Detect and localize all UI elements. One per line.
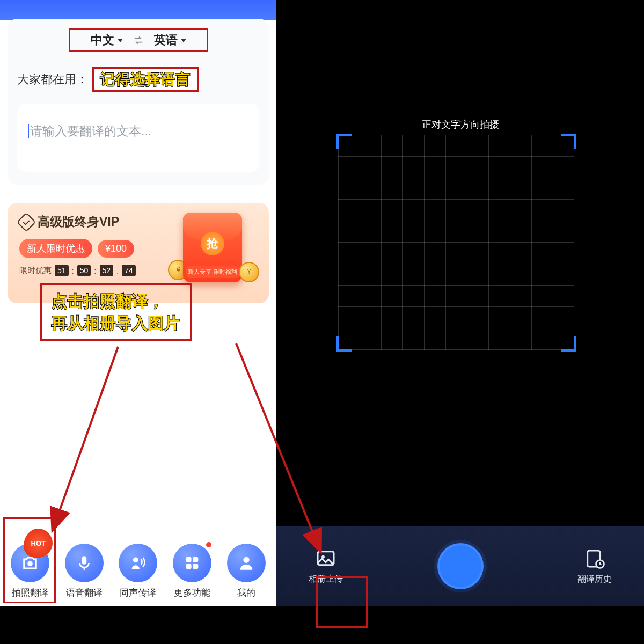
nav-label: 更多功能 xyxy=(174,587,210,599)
svg-rect-4 xyxy=(193,557,198,562)
microphone-icon xyxy=(75,554,93,572)
corner-marker xyxy=(561,336,576,352)
translation-input[interactable]: 请输入要翻译的文本... xyxy=(17,104,259,172)
red-dot-indicator xyxy=(206,542,211,547)
grid-icon xyxy=(183,554,201,572)
annotation-photo-box: 点击拍照翻译， 再从相册导入图片 xyxy=(40,283,192,341)
gallery-highlight xyxy=(316,576,368,628)
history-label: 翻译历史 xyxy=(577,574,612,585)
photo-translate-highlight xyxy=(3,517,56,603)
translation-history-button[interactable]: 翻译历史 xyxy=(577,548,612,585)
vip-offer-label: 新人限时优惠 xyxy=(19,239,92,258)
annotation-language-text: 记得选择语言 xyxy=(100,71,191,87)
person-icon xyxy=(237,554,255,572)
history-icon xyxy=(584,548,605,569)
svg-rect-1 xyxy=(82,556,87,565)
corner-marker xyxy=(561,134,576,149)
viewfinder-hint: 正对文字方向拍摄 xyxy=(276,118,644,131)
source-language-label: 中文 xyxy=(91,32,114,48)
source-language[interactable]: 中文 xyxy=(91,32,123,48)
corner-marker xyxy=(336,134,352,149)
vip-offer-price: ¥100 xyxy=(98,240,134,258)
nav-label: 我的 xyxy=(237,587,255,599)
annotation-language-box: 记得选择语言 xyxy=(92,67,199,92)
envelope-banner: 新人专享·限时福利 xyxy=(186,266,239,278)
popular-label: 大家都在用： xyxy=(17,71,88,87)
vip-shield-icon xyxy=(17,212,36,232)
vip-title: 高级版终身VIP xyxy=(38,214,119,230)
camera-screen: 正对文字方向拍摄 相册上传 翻译历史 xyxy=(276,0,644,606)
top-card: 中文 英语 大家都在用： 记得选择语言 请输入要翻译的文本... xyxy=(8,19,269,185)
svg-point-7 xyxy=(243,557,249,563)
target-language[interactable]: 英语 xyxy=(154,32,186,48)
nav-label: 语音翻译 xyxy=(66,587,103,599)
nav-voice-translate[interactable]: 语音翻译 xyxy=(65,544,104,599)
swap-languages-button[interactable] xyxy=(133,34,144,46)
nav-simultaneous[interactable]: 同声传译 xyxy=(119,544,157,599)
shutter-button[interactable] xyxy=(437,543,484,589)
nav-label: 同声传译 xyxy=(120,587,156,599)
chevron-down-icon xyxy=(118,39,123,42)
svg-rect-6 xyxy=(193,564,198,569)
svg-rect-3 xyxy=(186,557,192,562)
speaking-icon xyxy=(129,554,147,572)
chevron-down-icon xyxy=(181,39,186,42)
target-language-label: 英语 xyxy=(154,32,178,48)
corner-marker xyxy=(336,336,352,352)
language-selector: 中文 英语 xyxy=(69,28,208,52)
svg-rect-5 xyxy=(186,564,192,569)
camera-viewfinder xyxy=(338,135,574,350)
input-placeholder: 请输入要翻译的文本... xyxy=(28,124,151,138)
popular-row: 大家都在用： 记得选择语言 xyxy=(17,67,259,92)
gallery-icon xyxy=(315,548,336,569)
translator-app-screen: 中文 英语 大家都在用： 记得选择语言 请输入要翻译的文本... 高级版终身VI… xyxy=(0,0,276,606)
svg-point-2 xyxy=(133,557,138,562)
nav-more[interactable]: 更多功能 xyxy=(173,544,211,599)
red-envelope-graphic: ¥ 抢 新人专享·限时福利 ¥ xyxy=(168,213,259,288)
viewfinder-grid xyxy=(338,135,574,350)
envelope-badge: 抢 xyxy=(201,232,224,255)
nav-profile[interactable]: 我的 xyxy=(227,544,266,599)
